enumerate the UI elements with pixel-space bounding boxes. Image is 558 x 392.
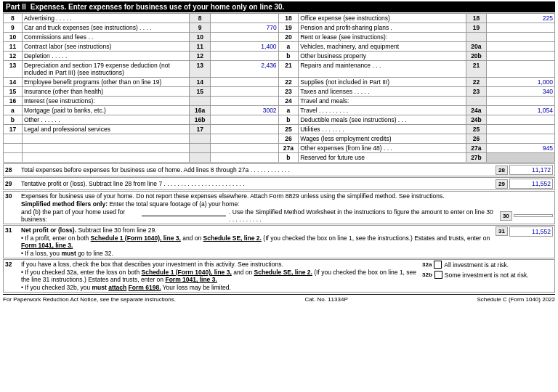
line-20-header-input xyxy=(487,33,555,42)
box-num-27b: 27b xyxy=(466,153,487,163)
line-18-desc: Office expense (see instructions) xyxy=(299,14,466,23)
label-32a: 32a xyxy=(422,261,432,268)
line-31-row: 31 Net profit or (loss). Subtract line 3… xyxy=(5,226,553,257)
blank-left-14-input xyxy=(211,144,279,153)
line-30-part-b: and (b) the part of your home used for b… xyxy=(21,208,139,223)
line-20-desc: Rent or lease (see instructions): xyxy=(299,33,466,42)
box-num-24b: 24b xyxy=(466,115,487,125)
box-num-20a: 20a xyxy=(466,42,487,52)
line-num-15: 15 xyxy=(4,87,23,97)
checkbox-32b[interactable] xyxy=(434,271,442,279)
box-num-22: 22 xyxy=(466,78,487,87)
line-num-29: 29 xyxy=(5,180,21,187)
part-title: Expenses. Enter expenses for business us… xyxy=(31,3,285,11)
box-num-8: 8 xyxy=(190,14,211,23)
line-15-input xyxy=(211,87,279,97)
blank-left-13-input xyxy=(211,134,279,144)
simplified-label: Simplified method filers only: xyxy=(21,200,108,208)
table-row: 27a Other expenses (from line 48) . . . … xyxy=(4,144,555,153)
line-32-bullet1: • If you checked 32a, enter the loss on … xyxy=(21,269,422,283)
line-16a-value: 3002 xyxy=(211,106,279,115)
line-20b-desc: Other business property xyxy=(299,52,466,61)
line-26-input xyxy=(487,134,555,144)
sub-a-16: a xyxy=(4,106,23,115)
line-num-16: 16 xyxy=(4,97,23,106)
line-29-value: 11,552 xyxy=(509,179,553,189)
line-23-value: 340 xyxy=(487,87,555,97)
line-28-row: 28 Total expenses before expenses for bu… xyxy=(3,163,555,176)
line-15-desc: Insurance (other than health) xyxy=(22,87,189,97)
blank-left-15-desc xyxy=(22,153,189,163)
line-24-desc: Travel and meals: xyxy=(299,97,466,106)
line-num-30: 30 xyxy=(5,192,21,200)
line-12-input xyxy=(211,52,279,61)
line-10-desc: Commissions and fees . . xyxy=(22,33,189,42)
checkbox-32a[interactable] xyxy=(434,261,442,269)
table-row: 16 Interest (see instructions): 24 Trave… xyxy=(4,97,555,106)
tax-form-page: Part II Expenses. Enter expenses for bus… xyxy=(0,0,558,304)
line-27a-value: 945 xyxy=(487,144,555,153)
line-32-desc: If you have a loss, check the box that d… xyxy=(21,261,422,291)
line-31-value: 11,552 xyxy=(509,226,553,237)
table-row: 14 Employee benefit programs (other than… xyxy=(4,78,555,87)
table-row: 13 Depreciation and section 179 expense … xyxy=(4,61,555,78)
line-10-input xyxy=(211,33,279,42)
line-27a-desc: Other expenses (from line 48) . . . xyxy=(299,144,466,153)
box-num-31: 31 xyxy=(496,226,508,236)
footer-cat: Cat. No. 11334P xyxy=(305,296,348,303)
line-22-value: 1,000 xyxy=(487,78,555,87)
line-31-section: 31 Net profit or (loss). Subtract line 3… xyxy=(3,225,555,258)
line-30-input-row: and (b) the part of your home used for b… xyxy=(21,208,553,223)
line-num-31: 31 xyxy=(5,226,21,234)
box-num-25: 25 xyxy=(466,125,487,134)
line-num-18: 18 xyxy=(278,14,299,23)
line-32b-checkbox-row: 32b Some investment is not at risk. xyxy=(422,271,553,279)
line-27b-desc: Reserved for future use xyxy=(299,153,466,163)
table-row: b Reserved for future use 27b xyxy=(4,153,555,163)
line-23-desc: Taxes and licenses . . . . . xyxy=(299,87,466,97)
blank-left-13-box xyxy=(190,134,211,144)
box-num-27a: 27a xyxy=(466,144,487,153)
line-30-simplified: Simplified method filers only: Enter the… xyxy=(21,200,553,208)
line-30-value xyxy=(514,214,553,217)
line-22-desc: Supplies (not included in Part III) xyxy=(299,78,466,87)
line-num-19: 19 xyxy=(278,23,299,33)
line-num-23: 23 xyxy=(278,87,299,97)
line-num-22: 22 xyxy=(278,78,299,87)
box-num-19: 19 xyxy=(466,23,487,33)
box-num-21: 21 xyxy=(466,61,487,78)
box-num-14: 14 xyxy=(190,78,211,87)
line-19-desc: Pension and profit-sharing plans . xyxy=(299,23,466,33)
box-num-30: 30 xyxy=(500,211,512,221)
blank-left-13 xyxy=(4,134,23,144)
line-17-input xyxy=(211,125,279,134)
table-row: 10 Commissions and fees . . 10 20 Rent o… xyxy=(4,33,555,42)
line-11-desc: Contract labor (see instructions) xyxy=(22,42,189,52)
line-16b-input xyxy=(211,115,279,125)
table-row: 17 Legal and professional services 17 25… xyxy=(4,125,555,134)
footer-schedule: Schedule C (Form 1040) 2022 xyxy=(477,296,555,303)
line-14-input xyxy=(211,78,279,87)
simplified-desc: Enter the total square footage of (a) yo… xyxy=(109,200,239,208)
line-num-17: 17 xyxy=(4,125,23,134)
blank-left-13-desc xyxy=(22,134,189,144)
sub-b-24: b xyxy=(278,115,299,125)
line-num-8: 8 xyxy=(4,14,23,23)
checkbox-32a-label: All investment is at risk. xyxy=(444,261,509,269)
line-29-row: 29 Tentative profit or (loss). Subtract … xyxy=(3,177,555,190)
line-17-desc: Legal and professional services xyxy=(22,125,189,134)
line-21-desc: Repairs and maintenance . . . xyxy=(299,61,466,78)
sub-b-27: b xyxy=(278,153,299,163)
line-25-desc: Utilities . . . . . . . xyxy=(299,125,466,134)
line-20b-input xyxy=(487,52,555,61)
box-num-16-empty xyxy=(190,97,211,106)
footer-paperwork: For Paperwork Reduction Act Notice, see … xyxy=(3,296,176,303)
table-row: b Other . . . . . . 16b b Deductible mea… xyxy=(4,115,555,125)
line-27b-gray xyxy=(487,153,555,163)
line-18-value: 225 xyxy=(487,14,555,23)
line-11-value: 1,400 xyxy=(211,42,279,52)
line-31-netloss-label: Net profit or (loss). xyxy=(21,226,76,234)
box-num-17: 17 xyxy=(190,125,211,134)
sub-b-20: b xyxy=(278,52,299,61)
line-30-section: 30 Expenses for business use of your hom… xyxy=(3,191,555,224)
